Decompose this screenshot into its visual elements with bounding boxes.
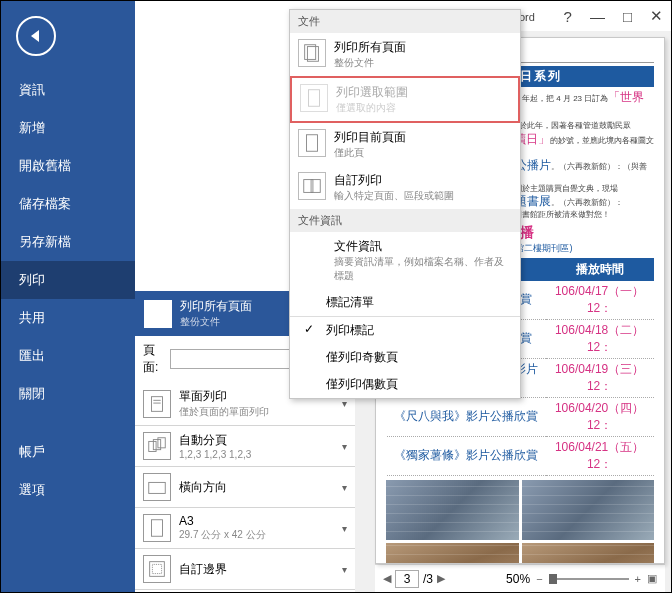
- page-nav: ◀ /3 ▶: [383, 570, 445, 588]
- single-side-icon: [143, 390, 171, 418]
- dd-odd-pages[interactable]: 僅列印奇數頁: [290, 344, 520, 371]
- page-total: /3: [423, 572, 433, 586]
- back-button[interactable]: [16, 16, 56, 56]
- page-label: 頁面:: [143, 342, 164, 376]
- svg-rect-17: [309, 90, 320, 107]
- nav-account[interactable]: 帳戶: [1, 433, 135, 471]
- svg-rect-18: [307, 135, 318, 152]
- zoom-out-button[interactable]: −: [536, 573, 542, 585]
- maximize-button[interactable]: □: [623, 8, 632, 25]
- prev-page-button[interactable]: ◀: [383, 572, 391, 585]
- page-number-input[interactable]: [395, 570, 419, 588]
- pages-icon: [144, 300, 172, 328]
- chevron-down-icon: ▾: [342, 482, 347, 493]
- dd-even-pages[interactable]: 僅列印偶數頁: [290, 371, 520, 398]
- svg-rect-8: [149, 482, 166, 493]
- setting-collate[interactable]: 自動分頁1,2,3 1,2,3 1,2,3 ▾: [135, 426, 355, 467]
- table-row: 《尺八與我》影片公播欣賞106/04/20（四）12：: [387, 397, 654, 436]
- backstage-sidebar: 資訊 新增 開啟舊檔 儲存檔案 另存新檔 列印 共用 匯出 關閉 帳戶 選項: [1, 1, 135, 592]
- chevron-down-icon: ▾: [342, 398, 347, 409]
- dropdown-section-doc: 文件: [290, 10, 520, 33]
- paper-icon: [143, 514, 171, 542]
- nav-info[interactable]: 資訊: [1, 71, 135, 109]
- chevron-down-icon: ▾: [342, 523, 347, 534]
- page-icon: [300, 84, 328, 112]
- nav-saveas[interactable]: 另存新檔: [1, 223, 135, 261]
- zoom-in-button[interactable]: +: [635, 573, 641, 585]
- dd-print-current[interactable]: 列印目前頁面僅此頁: [290, 123, 520, 166]
- nav-print[interactable]: 列印: [1, 261, 135, 299]
- dd-print-all[interactable]: 列印所有頁面整份文件: [290, 33, 520, 76]
- print-what-dropdown: 文件 列印所有頁面整份文件 列印選取範圍僅選取的內容 列印目前頁面僅此頁 自訂列…: [289, 9, 521, 399]
- dd-print-marks[interactable]: 列印標記: [290, 317, 520, 344]
- svg-rect-9: [152, 520, 163, 537]
- help-button[interactable]: ?: [564, 8, 572, 25]
- zoom-slider[interactable]: [549, 578, 629, 580]
- margins-icon: [143, 555, 171, 583]
- nav-open[interactable]: 開啟舊檔: [1, 147, 135, 185]
- pages-icon: [298, 39, 326, 67]
- setting-margins[interactable]: 自訂邊界 ▾: [135, 549, 355, 590]
- table-row: 《獨家薯條》影片公播欣賞106/04/21（五）12：: [387, 436, 654, 475]
- nav-options[interactable]: 選項: [1, 471, 135, 509]
- svg-rect-10: [150, 562, 165, 577]
- photo-row-2: [386, 543, 654, 564]
- nav-share[interactable]: 共用: [1, 299, 135, 337]
- setting-orientation[interactable]: 橫向方向 ▾: [135, 467, 355, 508]
- minimize-button[interactable]: —: [590, 8, 605, 25]
- nav-new[interactable]: 新增: [1, 109, 135, 147]
- zoom-level: 50%: [506, 572, 530, 586]
- dropdown-section-docinfo: 文件資訊: [290, 209, 520, 232]
- collate-icon: [143, 432, 171, 460]
- main-area: ord ? — □ ✕ 登入 列印所有頁面整份文件 ▾ 頁面: i: [135, 1, 671, 592]
- page-icon: [298, 129, 326, 157]
- dd-print-custom[interactable]: 自訂列印輸入特定頁面、區段或範圍: [290, 166, 520, 209]
- custom-pages-icon: [298, 172, 326, 200]
- landscape-icon: [143, 473, 171, 501]
- chevron-down-icon: ▾: [342, 441, 347, 452]
- next-page-button[interactable]: ▶: [437, 572, 445, 585]
- dd-docinfo[interactable]: 文件資訊摘要資訊清單，例如檔案名稱、作者及標題: [290, 232, 520, 289]
- nav-save[interactable]: 儲存檔案: [1, 185, 135, 223]
- svg-rect-11: [152, 564, 161, 573]
- setting-papersize[interactable]: A329.7 公分 x 42 公分 ▾: [135, 508, 355, 549]
- dd-marklist[interactable]: 標記清單: [290, 289, 520, 316]
- title-fragment: ord: [519, 11, 535, 23]
- back-arrow-icon: [31, 30, 39, 42]
- chevron-down-icon: ▾: [342, 564, 347, 575]
- fit-page-button[interactable]: ▣: [647, 572, 657, 585]
- nav-export[interactable]: 匯出: [1, 337, 135, 375]
- photo-row-1: [386, 480, 654, 540]
- svg-rect-2: [152, 396, 163, 411]
- zoom-controls: 50% − + ▣: [506, 572, 657, 586]
- nav-close[interactable]: 關閉: [1, 375, 135, 413]
- dd-print-selection: 列印選取範圍僅選取的內容: [290, 76, 520, 123]
- preview-statusbar: ◀ /3 ▶ 50% − + ▣: [375, 564, 665, 592]
- close-button[interactable]: ✕: [650, 7, 663, 25]
